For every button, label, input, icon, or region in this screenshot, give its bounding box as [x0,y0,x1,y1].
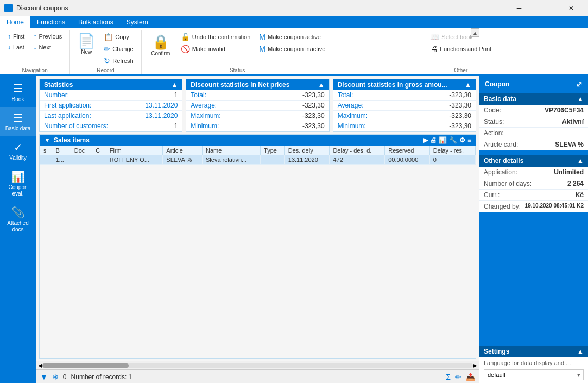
minimize-button[interactable]: ─ [507,0,532,16]
records-text: Number of records: 1 [71,373,132,381]
content-area: Statistics ▲ Number: 1 First application… [36,76,479,383]
filter-status-icon[interactable]: ▼ [40,373,48,381]
new-button[interactable]: 📄 New [74,32,98,57]
sidebar-item-book[interactable]: ☰ Book [0,78,36,107]
discount-net-header: Discount statistics in Net prices ▲ [186,79,328,90]
cell-b: 1... [52,155,71,165]
previous-button[interactable]: ↑ Previous [30,32,65,41]
right-panel: Coupon ⤢ Basic data ▲ Code: VP706C5F34 S… [479,76,588,383]
stats-row: Statistics ▲ Number: 1 First application… [36,76,479,134]
nav-right: ↑ Previous ↓ Next [30,32,65,52]
nav-left: ↑ First ↓ Last [4,32,28,52]
cell-s [40,155,52,165]
arrow-up-icon-2: ↑ [33,33,36,40]
col-article: Article [163,146,203,155]
basic-data-collapse-icon[interactable]: ▲ [577,95,584,103]
cell-type [261,155,285,165]
left-sidebar: ☰ Book ☰ Basic data ✓ Validity 📊 Coupon … [0,76,36,383]
panel-curr-row: Curr.: Kč [479,190,588,201]
attached-docs-icon: 📎 [11,206,25,219]
export-icon[interactable]: 📤 [466,373,475,381]
app-icon [4,4,13,12]
sales-header-right: ▶ 🖨 📊 🔧 ⚙ ≡ [423,136,471,144]
net-collapse-icon[interactable]: ▲ [318,81,325,89]
play-icon[interactable]: ▶ [423,136,428,144]
net-maximum-row: Maximum: -323,30 [186,111,328,121]
status-buttons: 🔒 Confirm 🔓 Undo the confirmation 🚫 Make… [146,32,329,66]
select-book-button[interactable]: 📖 Select book [427,32,495,42]
menu-icon[interactable]: ≡ [467,136,471,144]
scroll-track[interactable] [42,363,473,368]
horizontal-scrollbar[interactable]: ◀ ▶ [36,361,479,369]
sigma-icon[interactable]: Σ [446,373,451,381]
cell-name: Sleva relativn... [202,155,260,165]
record-buttons: 📄 New 📋 Copy ✏ Change ↻ Refresh [74,32,137,66]
scroll-right-arrow[interactable]: ▶ [473,362,477,368]
sidebar-item-attached-docs[interactable]: 📎 Attached docs [0,202,36,237]
col-s: s [40,146,52,155]
right-panel-title: Coupon ⤢ [479,76,588,93]
scroll-left-arrow[interactable]: ◀ [38,362,42,368]
menu-tab-home[interactable]: Home [0,16,30,28]
maximize-button[interactable]: □ [533,0,558,16]
gross-minimum-row: Minimum: -323,30 [333,121,476,131]
other-group-label: Other [338,66,584,74]
close-button[interactable]: ✕ [559,0,584,16]
panel-action-row: Action: [479,128,588,139]
table-header-row: s B Doc C Firm Article Name Type Des. de… [40,146,476,155]
other-small-btns: 📖 Select book 🖨 Functions and Print [427,32,495,54]
panel-status-row: Status: Aktivní [479,116,588,128]
copy-button[interactable]: 📋 Copy [100,32,137,42]
cell-delay-res: 0 [429,155,475,165]
sidebar-item-validity[interactable]: ✓ Validity [0,136,36,166]
settings-section: Settings ▲ Language for data display and… [479,346,588,383]
chart-icon[interactable]: 📊 [439,136,447,144]
cell-doc [71,155,92,165]
snowflake-status-icon[interactable]: ❄ [52,373,59,381]
refresh-button[interactable]: ↻ Refresh [100,55,137,66]
language-select[interactable]: default [484,369,584,380]
change-button[interactable]: ✏ Change [100,43,137,54]
panel-code-row: Code: VP706C5F34 [479,105,588,116]
gross-average-row: Average: -323,30 [333,101,476,111]
book-sidebar-icon: ☰ [13,82,23,95]
settings-header: Settings ▲ [479,346,588,357]
last-button[interactable]: ↓ Last [4,42,28,52]
menu-tab-functions[interactable]: Functions [30,16,72,28]
net-total-row: Total: -323,30 [186,90,328,101]
title-bar: Discount coupons ─ □ ✕ [0,0,588,16]
other-details-collapse-icon[interactable]: ▲ [577,157,584,165]
expand-icon[interactable]: ⤢ [576,80,583,89]
functions-print-button[interactable]: 🖨 Functions and Print [427,43,495,54]
print-small-icon[interactable]: 🖨 [430,136,437,144]
col-firm: Firm [106,146,163,155]
sidebar-item-basic-data[interactable]: ☰ Basic data [0,107,36,136]
record-group-label: Record [74,66,137,74]
settings-collapse-icon[interactable]: ▲ [577,348,584,355]
make-inactive-button[interactable]: M Make coupon inactive [256,43,328,54]
tools-icon[interactable]: 🔧 [449,136,457,144]
arrow-down-icon: ↓ [8,43,11,51]
active-icon: M [259,33,265,41]
make-invalid-button[interactable]: 🚫 Make invalid [178,43,254,54]
menu-tab-system[interactable]: System [120,16,155,28]
edit-status-icon[interactable]: ✏ [455,373,461,381]
ribbon-collapse-button[interactable]: ▲ [471,28,479,37]
first-button[interactable]: ↑ First [4,32,28,41]
next-button[interactable]: ↓ Next [30,42,65,52]
sidebar-item-coupon-eval[interactable]: 📊 Coupon eval. [0,166,36,202]
undo-confirm-button[interactable]: 🔓 Undo the confirmation [178,32,254,42]
other-details-header: Other details ▲ [479,155,588,167]
gross-collapse-icon[interactable]: ▲ [465,81,471,89]
confirm-button[interactable]: 🔒 Confirm [146,32,175,59]
cell-article: SLEVA % [163,155,203,165]
gear-icon[interactable]: ⚙ [459,136,465,144]
make-active-button[interactable]: M Make coupon active [256,32,328,42]
status-bar: ▼ ❄ 0 Number of records: 1 Σ ✏ 📤 [36,369,479,383]
net-average-row: Average: -323,30 [186,101,328,111]
stats-collapse-icon[interactable]: ▲ [171,81,178,89]
status-small-btns: 🔓 Undo the confirmation 🚫 Make invalid [178,32,254,54]
menu-tab-bulk[interactable]: Bulk actions [72,16,120,28]
table-row[interactable]: 1... ROFFENY O... SLEVA % Sleva relativn… [40,155,476,165]
edit-icon: ✏ [104,45,110,53]
